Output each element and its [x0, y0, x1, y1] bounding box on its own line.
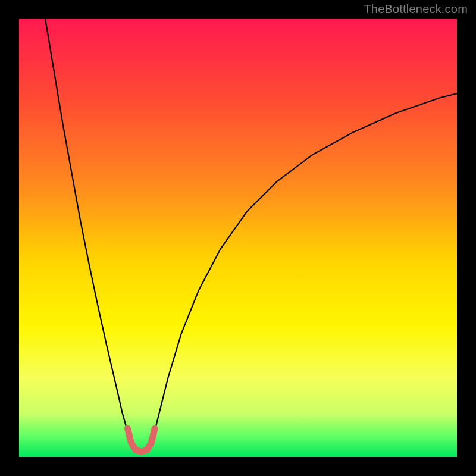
- chart-frame: TheBottleneck.com: [0, 0, 476, 476]
- gradient-background: [19, 19, 457, 457]
- bottleneck-chart: [0, 0, 476, 476]
- watermark-text: TheBottleneck.com: [364, 2, 468, 16]
